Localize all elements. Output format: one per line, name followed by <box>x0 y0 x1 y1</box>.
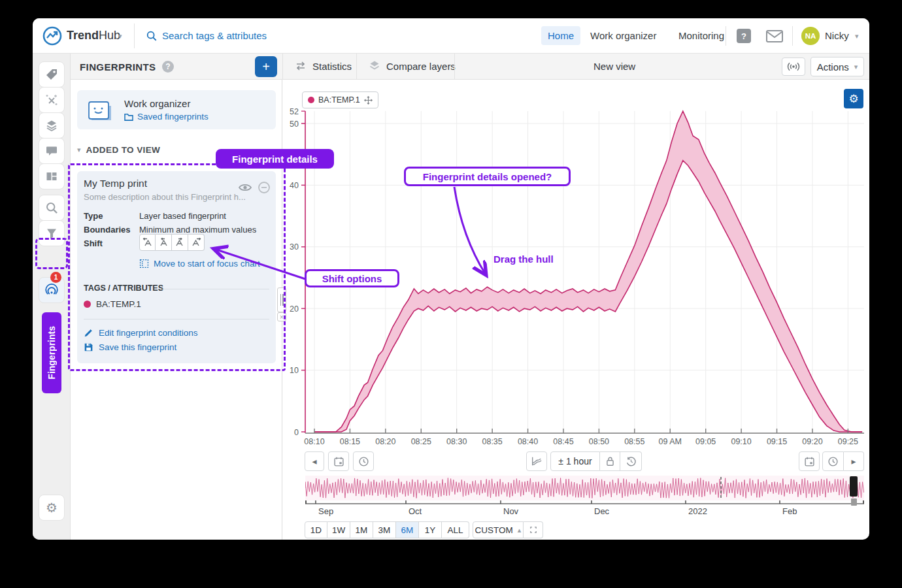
layers-panel-button[interactable] <box>39 112 65 139</box>
toolbar-strip: FINGERPRINTS ? + Statistics Compare laye… <box>71 54 869 80</box>
tag-row[interactable]: BA:TEMP.1 <box>84 299 141 309</box>
visibility-eye-icon[interactable] <box>238 182 252 193</box>
move-to-start-link[interactable]: Move to start of focus chart <box>139 259 260 269</box>
start-time-button[interactable] <box>353 451 374 471</box>
compare-layers-button[interactable]: Compare layers <box>368 59 456 73</box>
statistics-button[interactable]: Statistics <box>294 59 352 73</box>
remove-minus-icon[interactable] <box>258 181 271 194</box>
edit-fingerprint-link[interactable]: Edit fingerprint conditions <box>84 328 198 338</box>
user-chevron-down-icon[interactable]: ▾ <box>855 32 859 41</box>
context-scrubber-handle[interactable] <box>850 476 858 497</box>
comments-panel-button[interactable] <box>39 138 65 164</box>
history-button[interactable] <box>620 451 642 471</box>
brand-chevron-down-icon[interactable]: ▾ <box>118 32 122 41</box>
header-rule <box>162 289 269 289</box>
y-tick-label: 40 <box>290 181 299 190</box>
series-chip[interactable]: BA:TEMP.1 <box>302 91 378 108</box>
broadcast-button[interactable] <box>782 57 805 76</box>
y-tick-label: 30 <box>290 242 299 252</box>
end-calendar-button[interactable] <box>799 451 820 471</box>
x-tick-label: 09:15 <box>767 437 787 446</box>
end-group: ▸ <box>822 451 864 471</box>
collapse-chevron-icon: ▾ <box>77 146 81 154</box>
folder-smiley-icon <box>86 98 116 123</box>
help-icon[interactable]: ? <box>737 29 751 43</box>
panel-resize-handle[interactable] <box>277 287 286 312</box>
work-organizer-title: Work organizer <box>124 98 190 109</box>
x-tick-label: 09:20 <box>802 437 822 446</box>
preset-1w[interactable]: 1W <box>327 521 350 538</box>
chart-settings-button[interactable]: ⚙ <box>844 89 863 108</box>
context-axis: SepOctNovDec2022Feb <box>305 500 864 520</box>
x-tick-label: 09:05 <box>695 437 716 446</box>
shift-right-button[interactable] <box>172 234 188 251</box>
nav-tab-home[interactable]: Home <box>541 26 580 45</box>
avatar[interactable]: NA <box>801 27 820 45</box>
compare-trends-button[interactable] <box>526 451 547 471</box>
shift-left-button[interactable] <box>156 234 172 251</box>
context-scrubber-grip[interactable] <box>851 498 857 506</box>
y-tick-label: 50 <box>290 120 299 129</box>
save-fingerprint-link[interactable]: Save this fingerprint <box>84 342 176 352</box>
annotation-question-box: Fingerprint details opened? <box>404 167 571 186</box>
boundaries-value: Minimum and maximum values <box>139 225 256 235</box>
dashboard-panel-button[interactable] <box>39 163 65 189</box>
tags-panel-button[interactable] <box>39 61 65 88</box>
move-cross-icon[interactable] <box>364 96 373 105</box>
lock-duration-button[interactable] <box>600 451 620 471</box>
clock-icon <box>358 456 369 467</box>
y-tick-label: 20 <box>290 304 299 314</box>
actions-button[interactable]: Actions ▾ <box>810 57 864 76</box>
clock-icon <box>827 456 839 467</box>
fingerprint-badge: 1 <box>50 272 61 283</box>
fingerprints-tab[interactable]: Fingerprints <box>42 312 61 393</box>
preset-1d[interactable]: 1D <box>305 521 327 538</box>
x-tick-label: 08:50 <box>589 437 609 446</box>
focus-chart[interactable]: 010203040505208:1008:1508:2008:2508:3008… <box>282 80 869 447</box>
trend-curves-icon <box>531 455 543 467</box>
duration-group: ± 1 hour <box>550 451 642 471</box>
series-color-dot <box>308 97 314 103</box>
end-time-button[interactable] <box>822 451 844 471</box>
settings-button[interactable]: ⚙ <box>39 495 65 521</box>
filter-panel-button[interactable] <box>39 220 65 246</box>
work-organizer-card[interactable]: Work organizer Saved fingerprints <box>77 90 276 129</box>
x-tick-label: 08:55 <box>624 437 644 446</box>
duration-button[interactable]: ± 1 hour <box>550 451 600 471</box>
shift-far-right-button[interactable] <box>188 234 205 251</box>
calendar-icon <box>804 456 815 467</box>
panel-collapse-button[interactable]: × <box>277 312 286 321</box>
preset-1y[interactable]: 1Y <box>419 521 442 538</box>
pan-left-button[interactable]: ◂ <box>305 451 324 471</box>
expand-range-button[interactable] <box>524 521 543 538</box>
context-month-label: Oct <box>409 506 422 516</box>
add-fingerprint-button[interactable]: + <box>255 56 277 77</box>
fingerprint-card: My Temp print Some description about thi… <box>77 171 276 363</box>
tag-builder-button[interactable] <box>39 87 65 113</box>
search-panel-button[interactable] <box>39 195 65 221</box>
search-input[interactable]: Search tags & attributes <box>162 30 267 41</box>
x-tick-label: 08:10 <box>304 437 324 446</box>
preset-6m[interactable]: 6M <box>396 521 419 538</box>
saved-fingerprints-link[interactable]: Saved fingerprints <box>124 112 209 122</box>
nav-tab-monitoring[interactable]: Monitoring <box>672 26 731 45</box>
pan-right-button[interactable]: ▸ <box>844 451 864 471</box>
preset-1m[interactable]: 1M <box>350 521 373 538</box>
brand-name: TrendHub <box>67 29 120 42</box>
shift-far-left-button[interactable] <box>139 234 156 251</box>
user-name[interactable]: Nicky <box>825 30 849 41</box>
custom-range-button[interactable]: CUSTOM ▴ <box>473 521 524 538</box>
tags-attributes-header: TAGS / ATTRIBUTES <box>84 284 163 293</box>
preset-3m[interactable]: 3M <box>373 521 396 538</box>
start-calendar-button[interactable] <box>328 451 349 471</box>
mail-icon[interactable] <box>766 30 783 42</box>
comment-icon <box>45 144 58 157</box>
view-title: New view <box>593 61 635 72</box>
preset-all[interactable]: ALL <box>442 521 469 538</box>
nav-tab-work-organizer[interactable]: Work organizer <box>584 26 663 45</box>
panel-title: FINGERPRINTS <box>80 61 156 73</box>
panel-help-icon[interactable]: ? <box>162 61 174 73</box>
chevron-right-icon: ▸ <box>851 456 856 466</box>
added-to-view-header[interactable]: ▾ ADDED TO VIEW <box>77 145 160 155</box>
context-chart[interactable] <box>305 476 864 500</box>
